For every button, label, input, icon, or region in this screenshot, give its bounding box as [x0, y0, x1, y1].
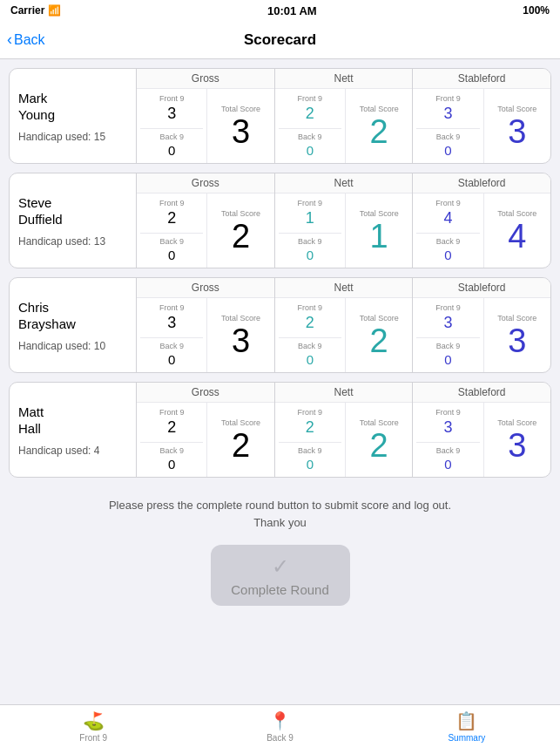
total-label-nett-3: Total Score [360, 418, 399, 427]
checkmark-icon: ✓ [272, 554, 289, 579]
score-section-gross-1: Gross Front 9 2 Back 9 0 Total Score 2 [136, 173, 274, 268]
back9-value-stableford-1: 0 [416, 248, 479, 262]
total-label-nett-0: Total Score [360, 105, 399, 113]
total-col-nett-1: Total Score 1 [345, 194, 412, 268]
front-back-col-stableford-1: Front 9 4 Back 9 0 [413, 194, 482, 268]
front-back-col-gross-2: Front 9 3 Back 9 0 [137, 298, 206, 372]
section-header-nett-2: Nett [275, 278, 413, 298]
total-col-gross-1: Total Score 2 [206, 194, 273, 268]
front-back-col-nett-1: Front 9 1 Back 9 0 [275, 194, 345, 268]
score-section-nett-3: Nett Front 9 2 Back 9 0 Total Score 2 [274, 383, 413, 477]
total-col-gross-3: Total Score 2 [206, 403, 273, 477]
section-body-nett-2: Front 9 2 Back 9 0 Total Score 2 [275, 298, 413, 372]
back9-value-gross-1: 0 [140, 248, 203, 262]
back9-label-nett-0: Back 9 [279, 132, 341, 141]
back9-value-stableford-3: 0 [416, 457, 479, 472]
tab-summary[interactable]: 📋 Summary [374, 705, 560, 747]
flag-icon: ⛳ [83, 710, 105, 731]
back9-value-gross-2: 0 [140, 352, 203, 367]
score-section-stableford-0: Stableford Front 9 3 Back 9 0 Total Scor… [412, 69, 550, 163]
front-back-col-gross-1: Front 9 2 Back 9 0 [137, 194, 206, 268]
player-name-0: MarkYoung [18, 90, 127, 124]
front9-value-gross-1: 2 [140, 209, 203, 227]
tab-back9-label: Back 9 [267, 733, 293, 743]
back-label: Back [14, 32, 45, 48]
front9-label-stableford-1: Front 9 [416, 199, 479, 207]
total-value-gross-3: 2 [232, 429, 250, 462]
back9-value-nett-3: 0 [279, 457, 341, 472]
front9-value-nett-3: 2 [279, 418, 341, 437]
player-card-3: MattHall Handicap used: 4 Gross Front 9 … [9, 382, 551, 478]
front9-value-stableford-0: 3 [416, 105, 479, 123]
player-card-0: MarkYoung Handicap used: 15 Gross Front … [9, 68, 551, 164]
player-info-0: MarkYoung Handicap used: 15 [10, 69, 136, 163]
section-header-stableford-2: Stableford [413, 278, 550, 298]
tab-back9[interactable]: 📍 Back 9 [186, 705, 373, 747]
back-chevron-icon: ‹ [7, 31, 12, 49]
section-header-nett-1: Nett [275, 173, 413, 194]
score-section-gross-3: Gross Front 9 2 Back 9 0 Total Score 2 [136, 383, 274, 477]
bottom-message-line1: Please press the complete round button t… [17, 497, 543, 514]
front9-value-gross-2: 3 [140, 314, 203, 332]
player-card-2: ChrisBrayshaw Handicap used: 10 Gross Fr… [9, 277, 551, 373]
complete-round-button[interactable]: ✓ Complete Round [211, 545, 350, 606]
section-header-gross-3: Gross [137, 383, 274, 403]
score-section-stableford-2: Stableford Front 9 3 Back 9 0 Total Scor… [412, 278, 550, 372]
front-back-col-stableford-0: Front 9 3 Back 9 0 [413, 89, 482, 163]
total-label-stableford-3: Total Score [497, 418, 536, 427]
back9-label-gross-0: Back 9 [140, 132, 203, 141]
player-handicap-2: Handicap used: 10 [18, 340, 127, 352]
section-header-gross-2: Gross [137, 278, 274, 298]
section-header-gross-1: Gross [137, 173, 274, 194]
section-body-gross-3: Front 9 2 Back 9 0 Total Score 2 [137, 403, 274, 477]
total-label-gross-3: Total Score [221, 418, 260, 427]
wifi-icon: 📶 [48, 4, 61, 17]
page-title: Scorecard [244, 31, 316, 49]
total-value-gross-1: 2 [232, 220, 250, 253]
section-body-stableford-1: Front 9 4 Back 9 0 Total Score 4 [413, 194, 550, 268]
tab-front9-label: Front 9 [79, 733, 107, 743]
back-button[interactable]: ‹ Back [7, 31, 45, 49]
front9-value-stableford-2: 3 [416, 314, 479, 332]
front9-label-gross-3: Front 9 [140, 408, 203, 417]
tab-bar: ⛳ Front 9 📍 Back 9 📋 Summary [0, 704, 560, 747]
front9-label-nett-3: Front 9 [279, 408, 341, 417]
section-body-gross-2: Front 9 3 Back 9 0 Total Score 3 [137, 298, 274, 372]
total-col-gross-0: Total Score 3 [206, 89, 273, 163]
nav-bar: ‹ Back Scorecard [0, 21, 560, 59]
front9-value-stableford-3: 3 [416, 418, 479, 437]
section-header-stableford-0: Stableford [413, 69, 550, 89]
total-value-stableford-1: 4 [508, 220, 526, 253]
section-body-stableford-3: Front 9 3 Back 9 0 Total Score 3 [413, 403, 550, 477]
section-header-stableford-3: Stableford [413, 383, 550, 403]
front-back-col-nett-0: Front 9 2 Back 9 0 [275, 89, 345, 163]
section-body-stableford-2: Front 9 3 Back 9 0 Total Score 3 [413, 298, 550, 372]
section-body-nett-3: Front 9 2 Back 9 0 Total Score 2 [275, 403, 413, 477]
section-body-nett-0: Front 9 2 Back 9 0 Total Score 2 [275, 89, 413, 163]
back9-label-nett-1: Back 9 [279, 237, 341, 246]
main-content: MarkYoung Handicap used: 15 Gross Front … [0, 59, 560, 478]
back9-label-stableford-2: Back 9 [416, 342, 479, 350]
total-col-nett-0: Total Score 2 [345, 89, 412, 163]
section-body-nett-1: Front 9 1 Back 9 0 Total Score 1 [275, 194, 413, 268]
player-name-2: ChrisBrayshaw [18, 299, 127, 333]
front9-value-nett-1: 1 [279, 209, 341, 227]
back9-value-gross-3: 0 [140, 457, 203, 472]
tab-summary-label: Summary [448, 733, 485, 743]
section-body-gross-1: Front 9 2 Back 9 0 Total Score 2 [137, 194, 274, 268]
front9-label-nett-0: Front 9 [279, 94, 341, 103]
front9-label-nett-1: Front 9 [279, 199, 341, 207]
front9-label-stableford-0: Front 9 [416, 94, 479, 103]
section-header-nett-3: Nett [275, 383, 413, 403]
total-label-gross-1: Total Score [221, 209, 260, 218]
section-header-nett-0: Nett [275, 69, 413, 89]
player-name-3: MattHall [18, 404, 127, 438]
total-col-nett-2: Total Score 2 [345, 298, 412, 372]
back9-value-nett-0: 0 [279, 143, 341, 158]
status-time: 10:01 AM [267, 4, 317, 17]
tab-front9[interactable]: ⛳ Front 9 [0, 705, 186, 747]
back9-value-nett-2: 0 [279, 352, 341, 367]
front-back-col-nett-3: Front 9 2 Back 9 0 [275, 403, 345, 477]
player-info-3: MattHall Handicap used: 4 [10, 383, 136, 477]
front9-value-stableford-1: 4 [416, 209, 479, 227]
